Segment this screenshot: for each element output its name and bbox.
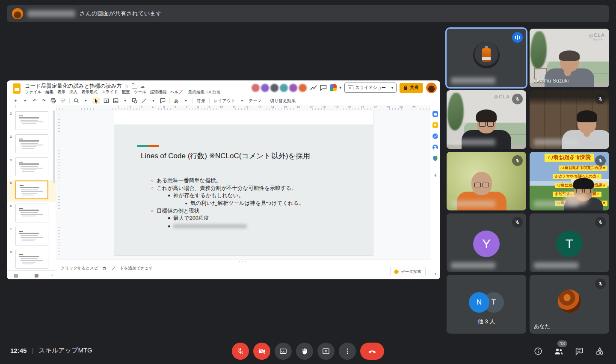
filmstrip-scrollbar[interactable] bbox=[53, 110, 55, 183]
layout-caret-icon[interactable]: ▾ bbox=[239, 98, 245, 104]
tile-participant-5[interactable] bbox=[447, 152, 526, 210]
undo-button[interactable]: ↶ bbox=[32, 98, 37, 104]
notes-drag-handle[interactable]: · · · bbox=[239, 259, 247, 263]
menu-extensions[interactable]: 拡張機能 bbox=[150, 89, 166, 95]
zoom-caret-icon[interactable]: ▾ bbox=[83, 98, 89, 104]
activities-button[interactable] bbox=[595, 346, 605, 356]
tile-participant-y[interactable]: Y bbox=[447, 213, 526, 272]
move-folder-icon[interactable] bbox=[132, 85, 137, 89]
zoom-button[interactable] bbox=[74, 98, 79, 104]
meeting-name: スキルアップMTG bbox=[38, 346, 92, 355]
share-button[interactable]: 共有 bbox=[400, 83, 423, 93]
slide-title[interactable]: Lines of Code (行数) ※NCLoC(コメント以外)を採用 bbox=[141, 151, 310, 161]
explore-button[interactable]: データ探索 bbox=[390, 267, 426, 276]
meet-call-icon[interactable] bbox=[330, 84, 337, 91]
tile-participant-4[interactable] bbox=[530, 90, 609, 149]
insert-line-button[interactable] bbox=[141, 98, 147, 104]
tile-participant-t[interactable]: T bbox=[530, 213, 609, 272]
thumbnail-slide-1-partial[interactable] bbox=[15, 105, 48, 108]
menu-arrange[interactable]: 配置 bbox=[122, 89, 130, 95]
image-caret-icon[interactable]: ▾ bbox=[122, 98, 128, 104]
layout-button[interactable]: レイアウト bbox=[213, 98, 235, 104]
menu-insert[interactable]: 挿入 bbox=[69, 89, 77, 95]
grid-view-icon[interactable]: ▦ bbox=[34, 273, 38, 278]
expand-panel-icon[interactable]: › bbox=[430, 271, 440, 277]
thumbnail-slide-3[interactable]: 3 bbox=[7, 133, 56, 156]
last-edit-link[interactable]: 最終編集: 18 分前 bbox=[188, 89, 221, 95]
participant-name-redacted bbox=[451, 201, 495, 207]
background-logo: ◎CLA bbox=[494, 94, 510, 100]
thumbnail-slide-7[interactable]: 7 bbox=[7, 226, 56, 248]
thumbnail-slide-8[interactable]: 8 bbox=[7, 249, 56, 271]
current-slide[interactable]: Lines of Code (行数) ※NCLoC(コメント以外)を採用 ○ある… bbox=[114, 110, 373, 255]
new-slide-button[interactable]: + bbox=[13, 98, 18, 104]
insert-shape-button[interactable] bbox=[132, 98, 137, 104]
meeting-details-button[interactable] bbox=[533, 346, 543, 356]
tile-active-speaker[interactable] bbox=[447, 29, 526, 87]
filmstrip-view-icon[interactable]: ▤ bbox=[14, 273, 18, 278]
maps-icon[interactable] bbox=[432, 155, 439, 162]
thumbnail-slide-4[interactable]: 4 bbox=[7, 157, 56, 179]
meeting-info: 12:45 | スキルアップMTG bbox=[10, 346, 92, 355]
chat-panel-button[interactable] bbox=[574, 346, 584, 356]
people-panel-button[interactable]: 13 bbox=[554, 346, 564, 356]
tile-participant-3[interactable]: ◎CLA bbox=[447, 90, 526, 149]
raise-hand-button[interactable] bbox=[296, 343, 313, 360]
calendar-icon[interactable] bbox=[432, 111, 438, 117]
leave-call-button[interactable] bbox=[360, 343, 384, 360]
contacts-icon[interactable] bbox=[432, 145, 438, 150]
menu-format[interactable]: 表示形式 bbox=[81, 89, 98, 95]
menu-view[interactable]: 表示 bbox=[57, 89, 65, 95]
collapse-filmstrip-icon[interactable]: ‹ bbox=[51, 273, 53, 278]
thumbnail-slide-6[interactable]: 6 bbox=[7, 203, 56, 225]
thumbnail-slide-2[interactable]: 2 bbox=[7, 110, 56, 133]
insert-comment-button[interactable] bbox=[160, 98, 166, 104]
menu-tools[interactable]: ツール bbox=[134, 89, 146, 95]
select-tool-button[interactable] bbox=[92, 98, 100, 104]
print-button[interactable] bbox=[50, 98, 56, 104]
menu-bar: ファイル 編集 表示 挿入 表示形式 スライド 配置 ツール 拡張機能 ヘルプ … bbox=[25, 89, 220, 95]
more-options-button[interactable] bbox=[339, 343, 356, 360]
tile-other-participants[interactable]: N T 他 3 人 bbox=[447, 275, 526, 334]
mic-off-button[interactable] bbox=[232, 343, 249, 360]
menu-slide[interactable]: スライド bbox=[101, 89, 118, 95]
text-tool-caret-icon[interactable]: ▾ bbox=[183, 98, 189, 104]
add-addon-icon[interactable]: + bbox=[433, 172, 437, 178]
tile-participant-6[interactable]: 質問する奴は偉い ★初めに質問する奴は偉い ☆次の人が続きやすくなる ★馬鹿な質… bbox=[530, 152, 609, 210]
thumbnail-slide-5-selected[interactable]: 5 bbox=[7, 180, 56, 202]
keep-icon[interactable] bbox=[432, 122, 438, 128]
line-caret-icon[interactable]: ▾ bbox=[151, 98, 156, 104]
avatar: Y bbox=[473, 231, 500, 257]
presenter-name-redacted bbox=[27, 10, 75, 17]
speaker-notes-area[interactable]: · · · クリックするとスピーカー ノートを追加できます データ探索 bbox=[56, 260, 430, 279]
redo-button[interactable]: ↷ bbox=[41, 98, 47, 104]
menu-edit[interactable]: 編集 bbox=[45, 89, 53, 95]
slideshow-button[interactable]: ▶ スライドショー ▾ bbox=[344, 83, 397, 93]
new-slide-caret-icon[interactable]: ▾ bbox=[22, 98, 28, 104]
comment-icon[interactable] bbox=[320, 85, 327, 91]
text-box-button[interactable] bbox=[104, 98, 109, 104]
account-avatar[interactable] bbox=[426, 83, 437, 93]
star-icon[interactable]: ☆ bbox=[125, 84, 129, 89]
background-logo: ◎CLA “暮らす”を… bbox=[589, 33, 605, 41]
transition-button[interactable]: 切り替え効果 bbox=[270, 98, 296, 104]
slide-bullet-list[interactable]: ○ある意味一番簡単な指標。 ○これが高い場合、責務分割が不十分な可能性を示唆する… bbox=[114, 178, 369, 231]
present-screen-button[interactable] bbox=[317, 343, 335, 360]
text-tool-button[interactable]: あ bbox=[174, 98, 179, 104]
menu-help[interactable]: ヘルプ bbox=[170, 89, 183, 95]
captions-button[interactable]: CC bbox=[275, 343, 292, 360]
menu-file[interactable]: ファイル bbox=[25, 89, 41, 95]
slide-canvas-area[interactable]: 1 2 3 4 5 6 7 8 9 10 11 12 13 14 15 16 1… bbox=[56, 105, 430, 260]
tasks-icon[interactable] bbox=[432, 133, 438, 139]
tile-you[interactable]: あなた bbox=[530, 275, 609, 334]
tile-osamu-suzuki[interactable]: ◎CLA “暮らす”を… Osamu Suzuki bbox=[530, 29, 609, 87]
collaborator-avatar bbox=[279, 83, 288, 92]
stats-icon[interactable] bbox=[310, 85, 317, 91]
insert-image-button[interactable] bbox=[113, 98, 118, 104]
background-button[interactable]: 背景 bbox=[197, 98, 205, 104]
theme-button[interactable]: テーマ bbox=[249, 98, 261, 104]
doc-title[interactable]: コード品質定量化の試みと指標の読み方 bbox=[25, 83, 122, 90]
paint-format-button[interactable] bbox=[60, 98, 65, 104]
meet-caret-icon[interactable]: ▾ bbox=[340, 86, 341, 90]
camera-off-button[interactable] bbox=[253, 343, 270, 360]
